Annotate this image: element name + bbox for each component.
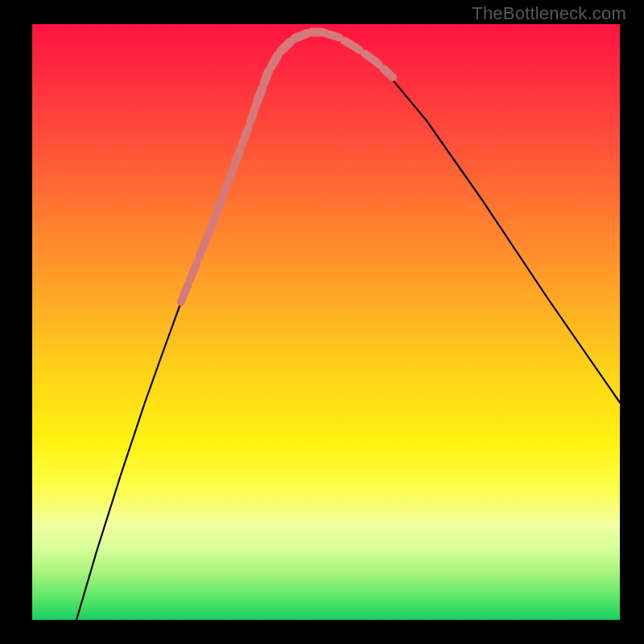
- series-marker-band-right: [322, 32, 393, 77]
- series-bottleneck-curve: [76, 32, 620, 620]
- series-marker-band-bottom: [258, 32, 322, 101]
- chart-frame: TheBottleneck.com: [0, 0, 644, 644]
- series-marker-band-left: [181, 101, 258, 302]
- watermark-text: TheBottleneck.com: [472, 3, 626, 24]
- chart-svg: [32, 24, 620, 620]
- chart-plot-area: [32, 24, 620, 620]
